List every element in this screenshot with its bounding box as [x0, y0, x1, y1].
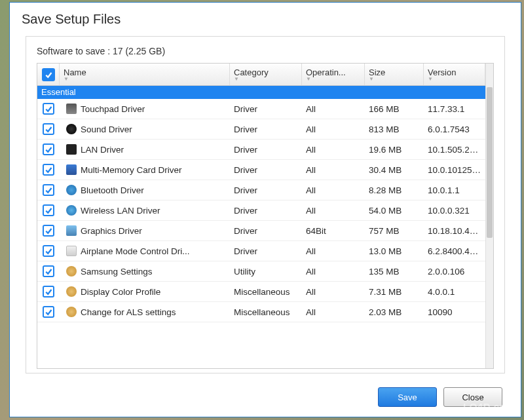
row-name: Bluetooth Driver [81, 185, 144, 195]
header-os-label: Operatin... [306, 67, 360, 77]
sort-icon: ▼ [428, 77, 481, 81]
close-button[interactable]: Close [443, 387, 502, 407]
row-checkbox[interactable] [37, 184, 60, 196]
row-os: All [302, 206, 365, 216]
graphics-icon [66, 225, 77, 236]
row-size: 135 MB [365, 267, 424, 277]
airplane-icon [66, 246, 77, 256]
row-checkbox[interactable] [37, 225, 60, 237]
sort-icon: ▼ [369, 77, 419, 81]
row-checkbox[interactable] [37, 265, 60, 277]
row-category: Utility [230, 267, 302, 277]
header-category[interactable]: Category ▼ [230, 64, 302, 85]
row-size: 30.4 MB [365, 165, 424, 175]
row-category: Miscellaneous [230, 287, 302, 297]
row-version: 10.0.0.321 [424, 206, 485, 216]
save-button[interactable]: Save [378, 387, 437, 407]
scrollbar-thumb[interactable] [487, 87, 493, 238]
row-name: Airplane Mode Control Dri... [81, 246, 190, 256]
row-category: Driver [230, 145, 302, 155]
summary-text: Software to save : 17 (2.25 GB) [37, 46, 494, 56]
row-os: All [302, 124, 365, 134]
row-os: 64Bit [302, 226, 365, 236]
checkbox-icon [43, 245, 54, 257]
sound-icon [66, 124, 77, 134]
table-row[interactable]: Touchpad DriverDriverAll166 MB11.7.33.1 [37, 99, 485, 119]
software-table: Name ▼ Category ▼ Operatin... ▼ Size [37, 63, 494, 369]
table-row[interactable]: Bluetooth DriverDriverAll8.28 MB10.0.1.1 [37, 180, 485, 200]
row-size: 13.0 MB [365, 246, 424, 256]
row-category: Driver [230, 226, 302, 236]
table-row[interactable]: Wireless LAN DriverDriverAll54.0 MB10.0.… [37, 200, 485, 221]
row-name: Change for ALS settings [81, 307, 176, 317]
sort-icon: ▼ [234, 77, 297, 81]
touchpad-icon [66, 104, 77, 114]
row-size: 2.03 MB [365, 307, 424, 317]
dialog-content: Software to save : 17 (2.25 GB) Name ▼ [10, 31, 521, 377]
table-row[interactable]: Airplane Mode Control Dri...DriverAll13.… [37, 241, 485, 261]
row-category: Driver [230, 246, 302, 256]
row-version: 6.0.1.7543 [424, 124, 485, 134]
row-os: All [302, 287, 365, 297]
row-checkbox[interactable] [37, 103, 60, 115]
dialog-buttons: Save Close [10, 377, 521, 417]
checkbox-icon [43, 225, 54, 237]
row-version: 10.18.10.4242 [424, 226, 485, 236]
row-category: Driver [230, 165, 302, 175]
row-os: All [302, 246, 365, 256]
checkbox-icon [43, 184, 54, 196]
row-os: All [302, 165, 365, 175]
row-name: Touchpad Driver [81, 104, 145, 114]
table-row[interactable]: Display Color ProfileMiscellaneousAll7.3… [37, 282, 485, 302]
header-size-label: Size [369, 67, 419, 77]
row-checkbox[interactable] [37, 204, 60, 216]
dialog-window: Save Setup Files Software to save : 17 (… [9, 2, 521, 417]
row-category: Driver [230, 206, 302, 216]
table-row[interactable]: Change for ALS settingsMiscellaneousAll2… [37, 302, 485, 322]
table-inner: Name ▼ Category ▼ Operatin... ▼ Size [37, 64, 485, 368]
row-checkbox[interactable] [37, 286, 60, 297]
row-checkbox[interactable] [37, 164, 60, 176]
row-os: All [302, 185, 365, 195]
row-checkbox[interactable] [37, 245, 60, 257]
row-os: All [302, 267, 365, 277]
vertical-scrollbar[interactable] [485, 64, 493, 368]
row-size: 757 MB [365, 226, 424, 236]
checkbox-icon [43, 143, 54, 155]
row-name: LAN Driver [81, 145, 124, 155]
row-name: Sound Driver [81, 124, 132, 134]
row-category: Driver [230, 124, 302, 134]
header-os[interactable]: Operatin... ▼ [302, 64, 365, 85]
header-category-label: Category [234, 67, 297, 77]
row-category: Miscellaneous [230, 307, 302, 317]
header-select-all[interactable] [37, 64, 60, 85]
row-os: All [302, 104, 365, 114]
row-version: 10.0.1.1 [424, 185, 485, 195]
row-size: 166 MB [365, 104, 424, 114]
table-row[interactable]: LAN DriverDriverAll19.6 MB10.1.505.2015 [37, 140, 485, 160]
header-name[interactable]: Name ▼ [60, 64, 230, 85]
header-name-label: Name [64, 67, 225, 77]
settings-icon [66, 266, 77, 277]
table-row[interactable]: Samsung SettingsUtilityAll135 MB2.0.0.10… [37, 261, 485, 282]
row-checkbox[interactable] [37, 306, 60, 318]
row-category: Driver [230, 104, 302, 114]
checkbox-icon [43, 265, 54, 277]
checkbox-icon [43, 204, 54, 216]
group-essential[interactable]: Essential [37, 86, 485, 99]
row-checkbox[interactable] [37, 123, 60, 135]
table-row[interactable]: Graphics DriverDriver64Bit757 MB10.18.10… [37, 221, 485, 241]
row-name: Samsung Settings [81, 267, 153, 277]
header-version[interactable]: Version ▼ [424, 64, 485, 85]
header-version-label: Version [428, 67, 481, 77]
table-row[interactable]: Sound DriverDriverAll813 MB6.0.1.7543 [37, 119, 485, 140]
row-size: 19.6 MB [365, 145, 424, 155]
row-checkbox[interactable] [37, 143, 60, 155]
row-name: Display Color Profile [81, 287, 160, 297]
table-row[interactable]: Multi-Memory Card DriverDriverAll30.4 MB… [37, 160, 485, 180]
row-name: Graphics Driver [81, 226, 142, 236]
lan-icon [66, 144, 77, 155]
sort-icon: ▼ [64, 77, 225, 81]
header-size[interactable]: Size ▼ [365, 64, 424, 85]
row-os: All [302, 307, 365, 317]
